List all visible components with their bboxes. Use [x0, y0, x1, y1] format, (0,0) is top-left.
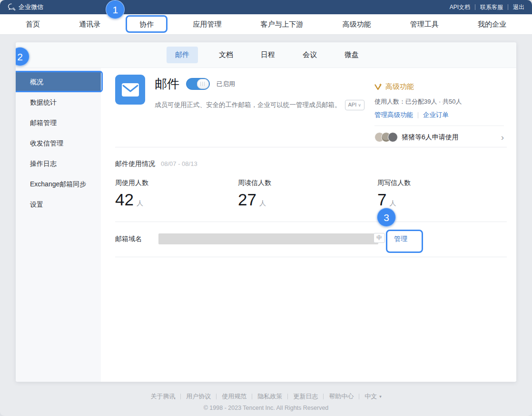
- nav-item-collaboration[interactable]: 协作 1: [137, 14, 157, 34]
- domain-label: 邮箱域名: [115, 235, 158, 243]
- mail-app-header: 邮件 已启用 成员可使用正式、安全的工作邮箱，企业可以统一管理成员邮箱。API∨: [115, 75, 507, 147]
- mail-app-icon: [115, 75, 145, 105]
- stat-unit: 人: [389, 199, 396, 208]
- language-selector[interactable]: 中文 ▾: [365, 392, 382, 401]
- footer-link-privacy[interactable]: 隐私政策: [257, 392, 282, 401]
- separator: [216, 394, 217, 399]
- sidebar-item-overview[interactable]: 概况 2: [16, 72, 101, 92]
- sidebar-item-overview-label: 概况: [30, 78, 43, 87]
- premium-panel: 高级功能 使用人数：已分配39人 · 共50人 管理高级功能 企业订单: [374, 82, 504, 142]
- stat-unit: 人: [259, 199, 266, 208]
- wecom-logo-icon: [8, 3, 16, 11]
- usage-section-title: 邮件使用情况: [115, 160, 155, 168]
- topbar: 企业微信 API文档 联系客服 退出: [0, 0, 532, 14]
- chevron-down-icon: ∨: [358, 103, 361, 107]
- content-container: 邮件 文档 日程 会议 微盘 概况 2 数据统计 邮箱管理 收发信管理 操作日志…: [16, 42, 516, 382]
- page-footer: 关于腾讯 用户协议 使用规范 隐私政策 更新日志 帮助中心 中文 ▾ © 199…: [0, 392, 532, 411]
- contact-support-link[interactable]: 联系客服: [480, 3, 503, 11]
- subtab-calendar[interactable]: 日程: [254, 47, 282, 63]
- sidebar-item-statistics[interactable]: 数据统计: [16, 92, 101, 113]
- stat-value: 7: [377, 190, 386, 209]
- mail-enable-toggle[interactable]: [186, 78, 210, 90]
- sidebar-item-mailbox-management[interactable]: 邮箱管理: [16, 113, 101, 133]
- caret-down-icon: ▾: [379, 394, 382, 399]
- nav-item-my-enterprise[interactable]: 我的企业: [475, 14, 509, 34]
- wecom-logo[interactable]: 企业微信: [8, 3, 43, 11]
- stat-value: 42: [115, 190, 134, 209]
- separator: [508, 4, 508, 10]
- subtab-strip: 邮件 文档 日程 会议 微盘: [16, 42, 516, 68]
- copyright-text: © 1998 - 2023 Tencent Inc. All Rights Re…: [0, 405, 532, 411]
- enterprise-order-link[interactable]: 企业订单: [423, 111, 449, 119]
- chevron-right-icon: ›: [501, 133, 504, 142]
- manage-premium-link[interactable]: 管理高级功能: [374, 111, 413, 119]
- footer-link-user-agreement[interactable]: 用户协议: [186, 392, 211, 401]
- sidebar-item-settings[interactable]: 设置: [16, 194, 101, 215]
- nav-item-home[interactable]: 首页: [23, 14, 43, 34]
- topbar-links: API文档 联系客服 退出: [450, 3, 524, 11]
- sidebar-item-send-receive[interactable]: 收发信管理: [16, 133, 101, 154]
- stat-weekly-users: 周使用人数 42 人: [115, 179, 238, 209]
- separator: [418, 112, 418, 118]
- footer-link-changelog[interactable]: 更新日志: [293, 392, 318, 401]
- main-navbar: 首页 通讯录 协作 1 应用管理 客户与上下游 高级功能 管理工具 我的企业: [0, 14, 532, 35]
- footer-link-usage-policy[interactable]: 使用规范: [222, 392, 246, 401]
- premium-title: 高级功能: [374, 82, 504, 91]
- api-docs-link[interactable]: API文档: [450, 3, 470, 11]
- subtab-docs[interactable]: 文档: [212, 47, 240, 63]
- nav-item-app-management[interactable]: 应用管理: [190, 14, 224, 34]
- subtab-meeting[interactable]: 会议: [296, 47, 324, 63]
- usage-date-range: 08/07 - 08/13: [161, 160, 197, 167]
- sidebar-item-exchange-sync[interactable]: Exchange邮箱同步: [16, 174, 101, 194]
- separator: [252, 394, 252, 399]
- subtab-drive[interactable]: 微盘: [338, 47, 365, 63]
- footer-link-about[interactable]: 关于腾讯: [150, 392, 175, 401]
- nav-item-admin-tools[interactable]: 管理工具: [407, 14, 442, 34]
- subtab-mail[interactable]: 邮件: [167, 47, 198, 63]
- domain-status-badge: 中: [374, 233, 385, 243]
- api-dropdown-button[interactable]: API∨: [345, 100, 365, 110]
- premium-usage-text: 使用人数：已分配39人 · 共50人: [374, 97, 504, 106]
- stat-unit: 人: [137, 199, 143, 208]
- avatar: [388, 132, 398, 142]
- footer-link-help-center[interactable]: 帮助中心: [329, 392, 354, 401]
- stat-weekly-readers: 周读信人数 27 人: [238, 179, 377, 209]
- separator: [287, 394, 288, 399]
- separator: [180, 394, 181, 399]
- nav-item-customers[interactable]: 客户与上下游: [258, 14, 306, 34]
- requester-avatars: [374, 132, 398, 142]
- domain-redacted-bar: [158, 233, 378, 244]
- separator: [475, 4, 475, 10]
- request-text: 猪猪等6人申请使用: [402, 133, 459, 142]
- sidebar-item-operation-log[interactable]: 操作日志: [16, 154, 101, 174]
- divider: [115, 147, 507, 147]
- usage-stats: 周使用人数 42 人 周读信人数 27 人 周写: [115, 179, 507, 209]
- separator: [323, 394, 324, 399]
- stat-value: 27: [238, 190, 256, 209]
- annotation-circle-step1: 1: [106, 0, 125, 19]
- wecom-logo-text: 企业微信: [19, 3, 43, 11]
- mail-domain-row: 邮箱域名 中 管理 3: [115, 222, 507, 257]
- domain-manage-link[interactable]: 管理 3: [394, 235, 407, 243]
- stat-weekly-writers: 周写信人数 7 人: [377, 179, 507, 209]
- nav-item-premium-features[interactable]: 高级功能: [340, 14, 374, 34]
- separator: [359, 394, 359, 399]
- app-title: 邮件: [155, 76, 179, 92]
- main-panel: 邮件 已启用 成员可使用正式、安全的工作邮箱，企业可以统一管理成员邮箱。API∨: [101, 68, 516, 382]
- premium-request-row[interactable]: 猪猪等6人申请使用 ›: [374, 126, 504, 142]
- nav-item-collaboration-label: 协作: [139, 20, 154, 29]
- wecom-admin-screen: 企业微信 API文档 联系客服 退出 首页 通讯录 协作 1 应用管理 客户与上…: [0, 0, 532, 416]
- premium-sparkle-icon: [374, 83, 382, 90]
- nav-item-contacts[interactable]: 通讯录: [76, 14, 103, 34]
- annotation-circle-step3: 3: [377, 208, 396, 227]
- annotation-box-step2: [16, 71, 103, 92]
- divider: [115, 257, 507, 257]
- toggle-status-label: 已启用: [217, 80, 235, 88]
- app-description: 成员可使用正式、安全的工作邮箱，企业可以统一管理成员邮箱。API∨: [155, 100, 369, 110]
- sidebar: 概况 2 数据统计 邮箱管理 收发信管理 操作日志 Exchange邮箱同步 设…: [16, 68, 101, 382]
- logout-link[interactable]: 退出: [513, 3, 524, 11]
